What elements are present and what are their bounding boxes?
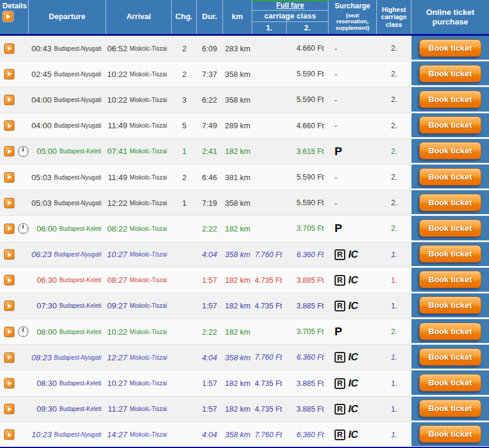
online-purchase-cell: Book ticket [411, 165, 489, 190]
details-button[interactable] [4, 172, 15, 183]
departure-cell: 05:00 Budapest-Keleti [29, 139, 106, 164]
highest-class-cell: 2. [377, 216, 411, 241]
departure-time: 07:30 [37, 301, 57, 310]
header-km: km [223, 0, 252, 34]
details-button[interactable] [4, 326, 15, 338]
expand-all-details-button[interactable] [2, 11, 14, 22]
fare-class1-cell [252, 87, 287, 112]
distance-cell: 381 km [223, 165, 252, 190]
arrow-right-icon [8, 97, 12, 102]
header-highest-class: Highest carriage class [377, 0, 411, 34]
fare-class1-cell [252, 319, 287, 344]
online-purchase-cell: Book ticket [411, 216, 489, 241]
duration-cell: 1:57 [197, 293, 223, 319]
seat-reservation-icon: R [335, 275, 345, 286]
fare-class2-cell: 4.660 Ft [287, 36, 329, 61]
details-button[interactable] [4, 69, 15, 80]
changes-cell: 2 [172, 165, 197, 190]
book-ticket-button[interactable]: Book ticket [419, 271, 481, 288]
full-fare-link-wrap: Full fare [252, 1, 328, 11]
details-button[interactable] [4, 43, 15, 54]
book-ticket-button[interactable]: Book ticket [419, 220, 481, 237]
distance-cell: 358 km [223, 242, 252, 267]
duration-cell: 4:04 [197, 242, 223, 267]
details-button[interactable] [4, 352, 15, 363]
book-ticket-button[interactable]: Book ticket [419, 39, 481, 57]
details-cell [0, 113, 29, 138]
departure-station: Budapest-Nyugati [54, 45, 102, 52]
header-duration: Dur. [197, 0, 223, 34]
book-ticket-button[interactable]: Book ticket [419, 374, 481, 391]
table-row: 08:00 Budapest-Keleti 10:22 Miskolc-Tisz… [0, 319, 489, 345]
seat-reservation-icon: R [335, 404, 345, 415]
arrival-cell: 10:22 Miskolc-Tiszai [106, 319, 172, 344]
distance-cell: 182 km [223, 370, 252, 396]
details-button[interactable] [4, 300, 15, 311]
arrival-station: Miskolc-Tiszai [130, 174, 167, 181]
arrival-station: Miskolc-Tiszai [130, 302, 167, 309]
distance-cell: 182 km [223, 268, 252, 293]
intercity-icon: IC [348, 300, 358, 312]
details-button[interactable] [4, 274, 15, 286]
details-button[interactable] [4, 403, 15, 415]
details-button[interactable] [4, 146, 15, 157]
departure-cell: 04:00 Budapest-Nyugati [29, 87, 106, 112]
departure-station: Budapest-Nyugati [54, 200, 102, 206]
fare-class1-cell: 7.760 Ft [252, 345, 287, 370]
duration-cell: 1:57 [197, 397, 223, 422]
details-button[interactable] [4, 378, 15, 389]
fare-class2-cell: 5.590 Ft [287, 87, 329, 112]
supplement-p-icon: P [335, 325, 342, 338]
intercity-icon: IC [348, 249, 358, 261]
online-purchase-cell: Book ticket [411, 113, 489, 138]
book-ticket-button[interactable]: Book ticket [419, 296, 481, 314]
fare-class2-cell: 3.885 Ft [287, 268, 329, 293]
online-purchase-cell: Book ticket [411, 139, 489, 164]
details-button[interactable] [4, 429, 15, 440]
book-ticket-button[interactable]: Book ticket [419, 65, 481, 82]
departure-station: Budapest-Keleti [59, 225, 101, 232]
header-arrival: Arrival [106, 0, 172, 34]
highest-class-cell: 2. [377, 36, 411, 61]
departure-cell: 06:30 Budapest-Keleti [29, 268, 106, 293]
details-button[interactable] [4, 197, 15, 209]
online-purchase-cell: Book ticket [411, 319, 489, 344]
seat-reservation-icon: R [335, 352, 345, 363]
table-row: 04:00 Budapest-Nyugati 11:49 Miskolc-Tis… [0, 113, 489, 139]
book-ticket-button[interactable]: Book ticket [419, 425, 481, 443]
online-purchase-cell: Book ticket [411, 293, 489, 319]
departure-station: Budapest-Nyugati [54, 97, 102, 103]
arrival-cell: 10:27 Miskolc-Tiszai [106, 370, 172, 396]
departure-time: 05:00 [37, 147, 57, 156]
book-ticket-button[interactable]: Book ticket [419, 400, 481, 417]
table-row: 05:03 Budapest-Nyugati 11:49 Miskolc-Tis… [0, 165, 489, 190]
book-ticket-button[interactable]: Book ticket [419, 245, 481, 262]
book-ticket-button[interactable]: Book ticket [419, 142, 481, 159]
arrival-cell: 09:27 Miskolc-Tiszai [106, 293, 172, 319]
details-cell [0, 61, 29, 86]
highest-class-cell: 1. [377, 242, 411, 267]
distance-cell: 358 km [223, 345, 252, 370]
details-button[interactable] [4, 249, 15, 260]
book-ticket-button[interactable]: Book ticket [419, 91, 481, 108]
details-button[interactable] [4, 223, 15, 234]
table-row: 08:23 Budapest-Nyugati 12:27 Miskolc-Tis… [0, 345, 489, 370]
book-ticket-button[interactable]: Book ticket [419, 323, 481, 340]
book-ticket-button[interactable]: Book ticket [419, 194, 481, 211]
details-button[interactable] [4, 94, 15, 106]
distance-cell: 358 km [223, 422, 252, 447]
arrow-right-icon [8, 407, 12, 412]
departure-cell: 08:30 Budapest-Keleti [29, 370, 106, 396]
header-changes: Chg. [172, 0, 197, 34]
details-cell [0, 139, 29, 164]
details-button[interactable] [4, 120, 15, 131]
arrival-time: 10:22 [107, 327, 128, 336]
online-purchase-cell: Book ticket [411, 190, 489, 215]
book-ticket-button[interactable]: Book ticket [419, 116, 481, 134]
departure-station: Budapest-Keleti [59, 302, 101, 309]
book-ticket-button[interactable]: Book ticket [419, 168, 481, 186]
book-ticket-button[interactable]: Book ticket [419, 348, 481, 366]
full-fare-link[interactable]: Full fare [276, 2, 304, 10]
departure-time: 04:00 [32, 121, 52, 130]
highest-class-cell: 2. [377, 319, 411, 344]
